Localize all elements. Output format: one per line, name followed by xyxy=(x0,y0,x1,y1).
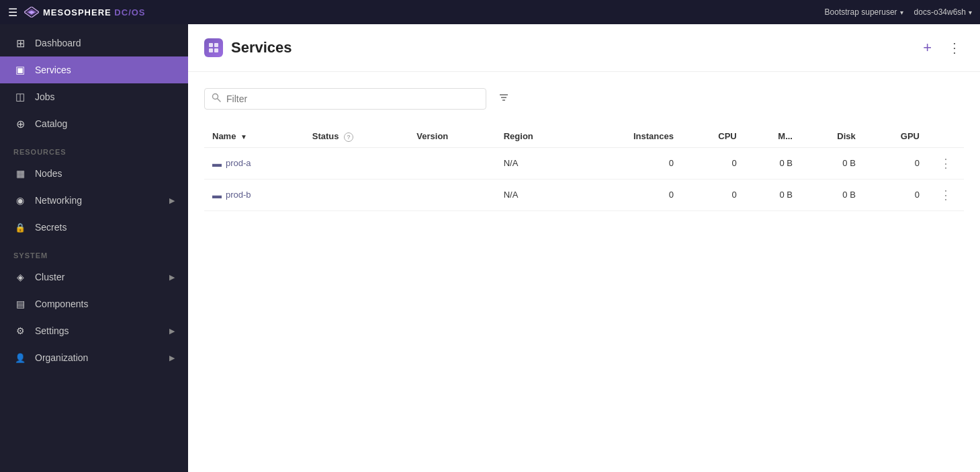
row-cpu-cell: 0 xyxy=(682,147,745,179)
settings-icon xyxy=(13,324,27,338)
content-area: Name ▼ Status ? Version Region Instances… xyxy=(188,72,980,472)
top-navigation: ☰ MESOSPHERE DC/OS Bootstrap superuser ▾… xyxy=(0,0,980,24)
chevron-right-icon: ▶ xyxy=(169,327,175,336)
row-status-cell xyxy=(304,147,409,179)
topnav-right: Bootstrap superuser ▾ docs-o34w6sh ▾ xyxy=(825,7,972,17)
row-actions-cell[interactable]: ⋮ xyxy=(928,179,964,210)
sidebar-item-label-nodes: Nodes xyxy=(35,168,62,179)
row-status-cell xyxy=(304,179,409,210)
row-name-cell[interactable]: ▬ prod-a xyxy=(204,147,304,179)
sidebar: Dashboard Services Jobs Catalog Resource… xyxy=(0,24,188,472)
sidebar-item-label-catalog: Catalog xyxy=(35,118,67,129)
svg-rect-4 xyxy=(214,43,218,47)
sidebar-item-organization[interactable]: Organization ▶ xyxy=(0,344,188,371)
system-section-label: System xyxy=(0,241,188,264)
row-memory-cell: 0 B xyxy=(745,179,801,210)
col-header-memory: M... xyxy=(745,126,801,147)
sidebar-item-label-jobs: Jobs xyxy=(35,91,55,102)
services-page-icon xyxy=(204,38,223,57)
row-region-cell: N/A xyxy=(496,179,579,210)
row-actions-cell[interactable]: ⋮ xyxy=(928,147,964,179)
svg-rect-3 xyxy=(209,43,213,47)
jobs-icon xyxy=(13,90,27,104)
services-icon xyxy=(13,63,27,77)
col-header-name[interactable]: Name ▼ xyxy=(204,126,304,147)
page-header-left: Services xyxy=(204,38,292,57)
col-header-instances: Instances xyxy=(579,126,682,147)
topnav-left: ☰ MESOSPHERE DC/OS xyxy=(8,6,146,19)
row-name-link[interactable]: prod-b xyxy=(226,190,251,200)
row-cpu-cell: 0 xyxy=(682,179,745,210)
chevron-right-icon: ▶ xyxy=(169,196,175,205)
col-header-version: Version xyxy=(408,126,495,147)
row-memory-cell: 0 B xyxy=(745,147,801,179)
chevron-right-icon: ▶ xyxy=(169,354,175,362)
sidebar-item-secrets[interactable]: Secrets xyxy=(0,214,188,241)
services-table-body: ▬ prod-a N/A 0 0 0 B 0 B 0 ⋮ ▬ prod-b xyxy=(204,147,964,210)
logo: MESOSPHERE DC/OS xyxy=(24,7,146,17)
sidebar-item-label-cluster: Cluster xyxy=(35,272,64,282)
sidebar-item-nodes[interactable]: Nodes xyxy=(0,160,188,187)
table-row[interactable]: ▬ prod-a N/A 0 0 0 B 0 B 0 ⋮ xyxy=(204,147,964,179)
col-header-disk: Disk xyxy=(801,126,864,147)
secrets-icon xyxy=(13,221,27,234)
search-icon xyxy=(212,93,221,105)
more-options-button[interactable]: ⋮ xyxy=(945,37,964,58)
page-title: Services xyxy=(231,39,292,56)
sidebar-item-catalog[interactable]: Catalog xyxy=(0,110,188,137)
app-body: Dashboard Services Jobs Catalog Resource… xyxy=(0,24,980,472)
page-header-actions: + ⋮ xyxy=(920,36,964,59)
services-icon-svg xyxy=(208,42,219,53)
cluster-label: docs-o34w6sh xyxy=(914,7,966,17)
row-version-cell xyxy=(408,147,495,179)
user-menu[interactable]: Bootstrap superuser ▾ xyxy=(825,7,903,17)
user-label: Bootstrap superuser xyxy=(825,7,897,17)
row-version-cell xyxy=(408,179,495,210)
svg-rect-6 xyxy=(214,48,218,52)
sidebar-item-jobs[interactable]: Jobs xyxy=(0,83,188,110)
components-icon xyxy=(13,297,27,311)
status-help-icon[interactable]: ? xyxy=(344,132,353,142)
sidebar-item-label-components: Components xyxy=(35,299,88,309)
row-gpu-cell: 0 xyxy=(864,147,928,179)
sidebar-item-settings[interactable]: Settings ▶ xyxy=(0,317,188,344)
col-header-region: Region xyxy=(496,126,579,147)
sidebar-item-networking[interactable]: Networking ▶ xyxy=(0,187,188,214)
sidebar-item-label-networking: Networking xyxy=(35,195,82,206)
row-disk-cell: 0 B xyxy=(801,147,864,179)
row-more-button[interactable]: ⋮ xyxy=(936,155,956,172)
row-more-button[interactable]: ⋮ xyxy=(936,186,956,204)
sidebar-item-label-organization: Organization xyxy=(35,352,88,363)
folder-icon: ▬ xyxy=(212,190,222,200)
col-header-status: Status ? xyxy=(304,126,409,147)
filter-sort-button[interactable] xyxy=(492,88,516,110)
col-header-actions xyxy=(928,126,964,147)
sort-icon xyxy=(498,92,509,103)
folder-icon: ▬ xyxy=(212,158,222,169)
cluster-dropdown-arrow: ▾ xyxy=(969,9,972,16)
row-name-link[interactable]: prod-a xyxy=(226,158,251,168)
col-header-gpu: GPU xyxy=(864,126,928,147)
table-header: Name ▼ Status ? Version Region Instances… xyxy=(204,126,964,147)
grid-icon xyxy=(13,36,27,50)
sidebar-item-components[interactable]: Components xyxy=(0,290,188,317)
cluster-icon xyxy=(13,270,27,284)
row-instances-cell: 0 xyxy=(579,179,682,210)
add-service-button[interactable]: + xyxy=(920,36,934,59)
filter-input-wrapper[interactable] xyxy=(204,88,486,110)
hamburger-menu-icon[interactable]: ☰ xyxy=(8,6,17,19)
row-gpu-cell: 0 xyxy=(864,179,928,210)
sidebar-item-cluster[interactable]: Cluster ▶ xyxy=(0,264,188,290)
sidebar-item-label-dashboard: Dashboard xyxy=(35,38,81,48)
row-name-cell[interactable]: ▬ prod-b xyxy=(204,179,304,210)
user-dropdown-arrow: ▾ xyxy=(900,9,903,16)
sidebar-item-label-services: Services xyxy=(35,65,71,75)
sidebar-item-dashboard[interactable]: Dashboard xyxy=(0,30,188,56)
sidebar-item-services[interactable]: Services xyxy=(0,56,188,83)
sidebar-item-label-settings: Settings xyxy=(35,325,69,336)
sidebar-item-label-secrets: Secrets xyxy=(35,222,66,233)
filter-input[interactable] xyxy=(226,93,479,104)
sort-arrow-icon: ▼ xyxy=(240,133,247,141)
table-row[interactable]: ▬ prod-b N/A 0 0 0 B 0 B 0 ⋮ xyxy=(204,179,964,210)
cluster-menu[interactable]: docs-o34w6sh ▾ xyxy=(914,7,972,17)
